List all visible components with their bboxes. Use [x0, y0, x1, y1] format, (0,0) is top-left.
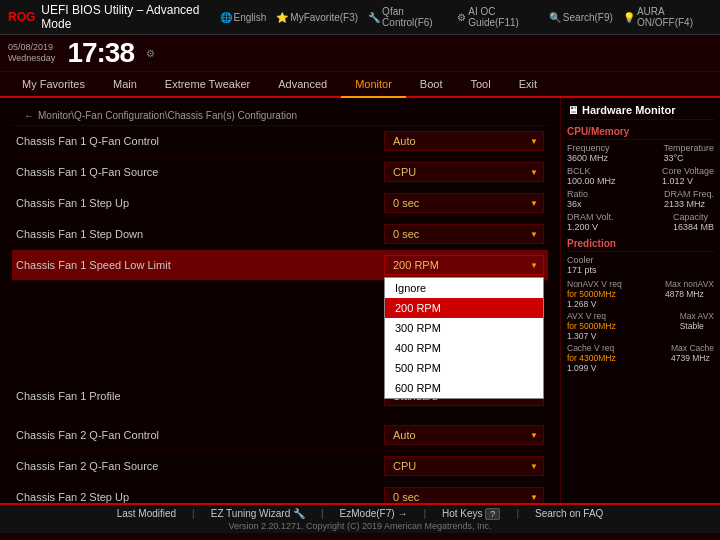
- nav-main[interactable]: Main: [99, 72, 151, 96]
- hw-label-bclk: BCLK: [567, 166, 616, 176]
- menu-ignore[interactable]: Ignore: [385, 278, 543, 298]
- nav-tool[interactable]: Tool: [456, 72, 504, 96]
- row-chassis1-speed-low-limit: Chassis Fan 1 Speed Low Limit 200 RPM 30…: [12, 250, 548, 281]
- hw-val-corevolt: 1.012 V: [662, 176, 714, 186]
- pred-sublabel-cache: for 4300MHz: [567, 353, 616, 363]
- tool-qfan[interactable]: 🔧 Qfan Control(F6): [368, 6, 447, 28]
- row-chassis1-step-down: Chassis Fan 1 Step Down 0 sec1 sec3 sec: [12, 219, 548, 250]
- pred-label-maxcache: Max Cache: [671, 343, 714, 353]
- pred-label-cache: Cache V req: [567, 343, 616, 353]
- chassis1-qfan-source-select[interactable]: CPUMotherboard: [384, 162, 544, 182]
- chassis1-speed-low-limit-select[interactable]: 200 RPM 300 RPM 400 RPM: [384, 255, 544, 275]
- chassis2-qfan-control-select[interactable]: AutoManual: [384, 425, 544, 445]
- footer-top: Last Modified | EZ Tuning Wizard 🔧 | EzM…: [117, 508, 604, 519]
- label-chassis2-qfan-source: Chassis Fan 2 Q-Fan Source: [16, 460, 384, 472]
- pred-row-0: NonAVX V req for 5000MHz 1.268 V Max non…: [567, 279, 714, 309]
- menu-600rpm[interactable]: 600 RPM: [385, 378, 543, 398]
- nav-my-favorites[interactable]: My Favorites: [8, 72, 99, 96]
- nav-monitor[interactable]: Monitor: [341, 72, 406, 98]
- chassis1-step-down-select[interactable]: 0 sec1 sec3 sec: [384, 224, 544, 244]
- pred-row-2: Cache V req for 4300MHz 1.099 V Max Cach…: [567, 343, 714, 373]
- hw-val-bclk: 100.00 MHz: [567, 176, 616, 186]
- label-chassis1-step-down: Chassis Fan 1 Step Down: [16, 228, 384, 240]
- tool-search[interactable]: 🔍 Search(F9): [549, 12, 613, 23]
- chassis1-qfan-control-select[interactable]: AutoManualSilentStandard: [384, 131, 544, 151]
- tool-myfavorite[interactable]: ⭐ MyFavorite(F3): [276, 12, 358, 23]
- hw-val-dramfreq: 2133 MHz: [664, 199, 714, 209]
- label-chassis1-profile: Chassis Fan 1 Profile: [16, 390, 384, 402]
- nav-advanced[interactable]: Advanced: [264, 72, 341, 96]
- chassis2-step-up-select[interactable]: 0 sec1 sec: [384, 487, 544, 503]
- row-chassis2-step-up: Chassis Fan 2 Step Up 0 sec1 sec: [12, 482, 548, 503]
- chassis2-qfan-source-select[interactable]: CPUMotherboard: [384, 456, 544, 476]
- time-display: 17:38: [67, 37, 134, 69]
- hw-row-ratio-dram: Ratio 36x DRAM Freq. 2133 MHz: [567, 189, 714, 209]
- datetime-bar: 05/08/2019 Wednesday 17:38 ⚙: [0, 35, 720, 72]
- footer-hot-keys[interactable]: Hot Keys ?: [442, 508, 500, 519]
- nav-exit[interactable]: Exit: [505, 72, 551, 96]
- hw-val-cooler: 171 pts: [567, 265, 597, 275]
- speed-low-limit-menu: Ignore 200 RPM 300 RPM 400 RPM 500 RPM 6…: [384, 277, 544, 399]
- menu-200rpm[interactable]: 200 RPM: [385, 298, 543, 318]
- footer-search-faq[interactable]: Search on FAQ: [535, 508, 603, 519]
- chassis1-step-down-wrapper: 0 sec1 sec3 sec: [384, 224, 544, 244]
- menu-500rpm[interactable]: 500 RPM: [385, 358, 543, 378]
- pred-row-1: AVX V req for 5000MHz 1.307 V Max AVX St…: [567, 311, 714, 341]
- footer-ez-tuning[interactable]: EZ Tuning Wizard 🔧: [211, 508, 305, 519]
- pred-label-maxnonavx: Max nonAVX: [665, 279, 714, 289]
- pred-val-maxcache: 4739 MHz: [671, 353, 714, 363]
- main-content: ← Monitor\Q-Fan Configuration\Chassis Fa…: [0, 98, 720, 503]
- hw-val-dramvolt: 1.200 V: [567, 222, 614, 232]
- chassis2-qfan-source-wrapper: CPUMotherboard: [384, 456, 544, 476]
- title-bar-left: ROG UEFI BIOS Utility – Advanced Mode: [8, 3, 220, 31]
- tool-aura[interactable]: 💡 AURA ON/OFF(F4): [623, 6, 712, 28]
- label-chassis1-speed-low-limit: Chassis Fan 1 Speed Low Limit: [16, 259, 384, 271]
- hw-row-dramvolt-cap: DRAM Volt. 1.200 V Capacity 16384 MB: [567, 212, 714, 232]
- nav-boot[interactable]: Boot: [406, 72, 457, 96]
- pred-val-maxavx: Stable: [680, 321, 714, 331]
- day-value: Wednesday: [8, 53, 55, 64]
- chassis1-qfan-control-wrapper: AutoManualSilentStandard: [384, 131, 544, 151]
- label-chassis2-qfan-control: Chassis Fan 2 Q-Fan Control: [16, 429, 384, 441]
- hw-label-cooler: Cooler: [567, 255, 597, 265]
- hw-monitor-title: 🖥 Hardware Monitor: [567, 104, 714, 120]
- hw-label-dramfreq: DRAM Freq.: [664, 189, 714, 199]
- settings-gear-icon[interactable]: ⚙: [146, 48, 155, 59]
- hw-val-freq: 3600 MHz: [567, 153, 610, 163]
- speed-low-limit-dropdown[interactable]: 200 RPM 300 RPM 400 RPM Ignore 200 RPM 3…: [384, 255, 544, 275]
- label-chassis2-step-up: Chassis Fan 2 Step Up: [16, 491, 384, 503]
- row-chassis1-step-up: Chassis Fan 1 Step Up 0 sec1 sec3 sec: [12, 188, 548, 219]
- breadcrumb-text: Monitor\Q-Fan Configuration\Chassis Fan(…: [38, 110, 297, 121]
- pred-label-nonavx: NonAVX V req: [567, 279, 622, 289]
- footer-last-modified[interactable]: Last Modified: [117, 508, 176, 519]
- nav-extreme-tweaker[interactable]: Extreme Tweaker: [151, 72, 264, 96]
- hw-val-cap: 16384 MB: [673, 222, 714, 232]
- pred-val-avx: 1.307 V: [567, 331, 616, 341]
- title-bar: ROG UEFI BIOS Utility – Advanced Mode 🌐 …: [0, 0, 720, 35]
- hw-label-dramvolt: DRAM Volt.: [567, 212, 614, 222]
- chassis1-speed-low-limit-wrapper: 200 RPM 300 RPM 400 RPM Ignore 200 RPM 3…: [384, 255, 544, 275]
- label-chassis1-qfan-source: Chassis Fan 1 Q-Fan Source: [16, 166, 384, 178]
- chassis2-step-up-wrapper: 0 sec1 sec: [384, 487, 544, 503]
- chassis2-qfan-control-wrapper: AutoManual: [384, 425, 544, 445]
- rog-logo: ROG: [8, 10, 35, 24]
- row-chassis1-qfan-control: Chassis Fan 1 Q-Fan Control AutoManualSi…: [12, 126, 548, 157]
- pred-val-cache: 1.099 V: [567, 363, 616, 373]
- hot-keys-key[interactable]: ?: [485, 508, 500, 520]
- hw-label-cap: Capacity: [673, 212, 714, 222]
- hw-val-ratio: 36x: [567, 199, 588, 209]
- menu-300rpm[interactable]: 300 RPM: [385, 318, 543, 338]
- date-section: 05/08/2019 Wednesday: [8, 42, 55, 64]
- menu-400rpm[interactable]: 400 RPM: [385, 338, 543, 358]
- toolbar-tools: 🌐 English ⭐ MyFavorite(F3) 🔧 Qfan Contro…: [220, 6, 713, 28]
- chassis1-qfan-source-wrapper: CPUMotherboard: [384, 162, 544, 182]
- chassis1-step-up-select[interactable]: 0 sec1 sec3 sec: [384, 193, 544, 213]
- tool-aioc[interactable]: ⚙ AI OC Guide(F11): [457, 6, 539, 28]
- footer-ez-mode[interactable]: EzMode(F7) →: [340, 508, 408, 519]
- pred-sublabel-nonavx: for 5000MHz: [567, 289, 622, 299]
- tool-english[interactable]: 🌐 English: [220, 12, 267, 23]
- back-arrow-icon[interactable]: ←: [24, 110, 34, 121]
- hw-cpu-memory-title: CPU/Memory: [567, 126, 714, 140]
- hw-prediction-title: Prediction: [567, 238, 714, 252]
- hw-row-bclk-corevolt: BCLK 100.00 MHz Core Voltage 1.012 V: [567, 166, 714, 186]
